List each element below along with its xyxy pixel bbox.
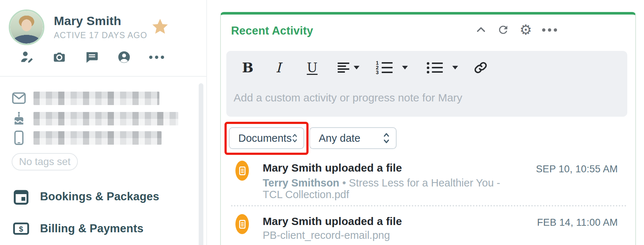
bullet-list-caret-down-icon[interactable] bbox=[452, 66, 458, 69]
client-name: Mary Smith bbox=[54, 14, 121, 28]
ordered-list-icon[interactable]: 1 2 3 bbox=[375, 61, 393, 74]
redacted-birthday-value bbox=[33, 112, 178, 125]
svg-text:$: $ bbox=[19, 225, 23, 233]
bold-button[interactable]: B bbox=[242, 60, 254, 76]
sidebar-item-bookings-packages[interactable]: Bookings & Packages bbox=[13, 188, 159, 205]
activity-meta: Terry Smithson • Stress Less for a Healt… bbox=[263, 177, 521, 200]
sidebar-divider bbox=[0, 76, 207, 77]
activity-file-link[interactable]: PB-client_record-email.png bbox=[263, 229, 390, 241]
edit-client-icon[interactable] bbox=[20, 50, 34, 64]
tags-pill[interactable]: No tags set bbox=[12, 153, 78, 170]
activity-separator bbox=[231, 205, 627, 206]
redacted-phone-value bbox=[33, 131, 162, 145]
sidebar-item-label: Billing & Payments bbox=[40, 222, 143, 235]
note-input[interactable]: Add a custom activity or progress note f… bbox=[234, 92, 462, 104]
activity-type-select[interactable]: Documents bbox=[229, 127, 304, 149]
card-title: Recent Activity bbox=[231, 24, 313, 37]
gear-icon[interactable]: ⚙ bbox=[520, 23, 532, 37]
client-photo bbox=[10, 11, 43, 44]
client-action-row bbox=[20, 50, 164, 64]
contact-birthday-row bbox=[12, 111, 178, 126]
align-left-icon[interactable] bbox=[338, 63, 349, 73]
sidebar-item-label: Bookings & Packages bbox=[40, 190, 159, 203]
client-record-screen: Mary Smith ACTIVE 17 DAYS AGO bbox=[0, 0, 644, 245]
collapse-chevron-up-icon[interactable] bbox=[475, 23, 487, 37]
email-icon bbox=[12, 91, 26, 105]
bullet-list-group bbox=[427, 62, 458, 73]
align-caret-down-icon[interactable] bbox=[354, 66, 359, 69]
redacted-email-value bbox=[33, 92, 159, 105]
recent-activity-card: Recent Activity ⚙ B I U bbox=[220, 12, 636, 245]
contact-email-row bbox=[12, 91, 159, 105]
message-icon[interactable] bbox=[84, 50, 99, 64]
editor-toolbar: B I U 1 2 3 bbox=[242, 57, 487, 79]
client-status: ACTIVE 17 DAYS AGO bbox=[54, 31, 147, 40]
underline-button[interactable]: U bbox=[306, 60, 319, 75]
align-group bbox=[338, 63, 359, 73]
select-chevrons-icon bbox=[292, 132, 298, 144]
date-filter-select[interactable]: Any date bbox=[309, 127, 397, 149]
refresh-icon[interactable] bbox=[497, 23, 509, 37]
more-options-icon[interactable] bbox=[542, 23, 557, 37]
meta-bullet: • bbox=[342, 177, 346, 189]
client-sidebar: Mary Smith ACTIVE 17 DAYS AGO bbox=[0, 0, 207, 245]
activity-note-editor: B I U 1 2 3 bbox=[226, 51, 627, 117]
billing-icon: $ bbox=[13, 220, 29, 237]
client-avatar[interactable] bbox=[9, 9, 44, 45]
activity-timestamp: SEP 10, 10:55 AM bbox=[536, 164, 618, 175]
select-chevrons-icon bbox=[383, 132, 390, 144]
date-filter-value: Any date bbox=[319, 132, 360, 144]
bullet-list-icon[interactable] bbox=[427, 62, 443, 73]
sidebar-scrollbar[interactable] bbox=[199, 83, 203, 245]
activity-type-value: Documents bbox=[238, 132, 292, 144]
profile-icon[interactable] bbox=[117, 50, 131, 64]
more-actions-icon[interactable] bbox=[149, 50, 164, 64]
contact-phone-row bbox=[12, 130, 162, 145]
document-icon bbox=[235, 214, 249, 234]
tags-pill-label: No tags set bbox=[19, 156, 71, 168]
activity-meta: PB-client_record-email.png bbox=[263, 229, 521, 241]
calendar-icon bbox=[13, 188, 29, 205]
ordered-list-caret-down-icon[interactable] bbox=[402, 66, 408, 69]
activity-author-link[interactable]: Terry Smithson bbox=[263, 177, 339, 189]
activity-title: Mary Smith uploaded a file bbox=[263, 215, 402, 228]
sidebar-item-billing-payments[interactable]: $ Billing & Payments bbox=[13, 220, 143, 237]
card-actions: ⚙ bbox=[475, 23, 557, 37]
camera-icon[interactable] bbox=[52, 50, 67, 64]
favorite-star-icon[interactable] bbox=[151, 17, 169, 36]
link-icon[interactable] bbox=[474, 61, 487, 74]
mobile-phone-icon bbox=[12, 130, 26, 145]
activity-title: Mary Smith uploaded a file bbox=[263, 162, 402, 174]
birthday-cake-icon bbox=[12, 111, 26, 126]
italic-button[interactable]: I bbox=[274, 60, 282, 76]
document-icon bbox=[235, 161, 249, 181]
ordered-list-group: 1 2 3 bbox=[375, 61, 408, 74]
activity-timestamp: FEB 14, 11:00 AM bbox=[537, 217, 618, 228]
